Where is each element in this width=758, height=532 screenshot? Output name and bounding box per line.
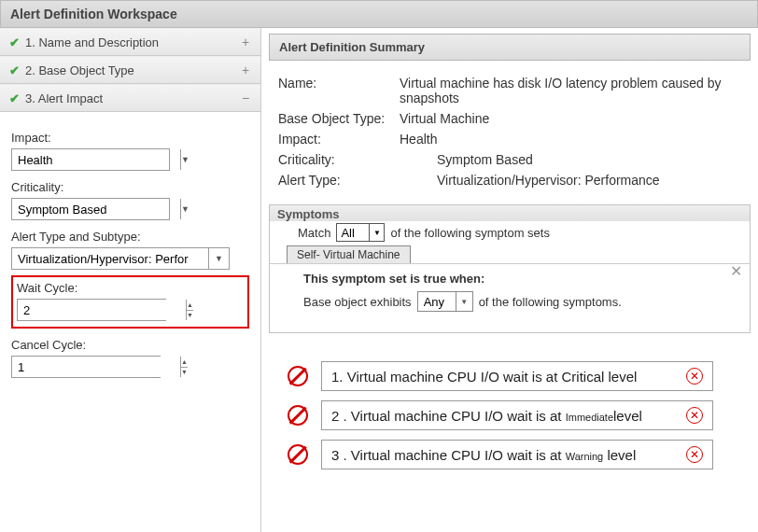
match-input[interactable] xyxy=(337,226,369,240)
wait-cycle-spinner[interactable]: ▲ ▼ xyxy=(17,299,166,321)
symptom-level: Warning xyxy=(566,451,604,462)
symptom-set-title: This symptom set is true when: xyxy=(303,272,738,286)
expand-icon[interactable]: + xyxy=(240,35,251,49)
check-icon: ✔ xyxy=(9,63,20,77)
step-alert-impact[interactable]: ✔ 3. Alert Impact − xyxy=(0,84,260,112)
workspace-title: Alert Definition Workspace xyxy=(0,0,758,28)
cancel-cycle-label: Cancel Cycle: xyxy=(11,338,249,352)
summary-atype-key: Alert Type: xyxy=(278,173,437,188)
summary-name-value: Virtual machine has disk I/O latency pro… xyxy=(400,76,741,105)
delete-icon[interactable]: ✕ xyxy=(686,446,703,463)
symptom-post: level xyxy=(613,408,642,424)
symptoms-header: Symptoms xyxy=(270,205,750,221)
left-panel: ✔ 1. Name and Description + ✔ 2. Base Ob… xyxy=(0,28,261,532)
step-label: 1. Name and Description xyxy=(25,35,159,49)
any-input[interactable] xyxy=(418,295,456,309)
step-label: 2. Base Object Type xyxy=(25,63,134,77)
step-label: 3. Alert Impact xyxy=(25,91,103,105)
symptom-box: 2 . Virtual machine CPU I/O wait is at I… xyxy=(321,400,713,430)
summary-impact-value: Health xyxy=(400,132,741,147)
match-select[interactable]: ▼ xyxy=(336,223,385,242)
cancel-cycle-input[interactable] xyxy=(12,357,180,377)
prohibited-icon xyxy=(288,366,308,386)
criticality-select[interactable]: ▼ xyxy=(11,198,170,220)
tab-self-virtual-machine[interactable]: Self- Virtual Machine xyxy=(287,245,411,263)
symptom-box: 1. Virtual machine CPU I/O wait is at Cr… xyxy=(321,361,713,391)
wait-cycle-label: Wait Cycle: xyxy=(17,281,244,295)
list-item: 1. Virtual machine CPU I/O wait is at Cr… xyxy=(288,361,751,391)
criticality-input[interactable] xyxy=(12,199,180,219)
symptom-num: 1. xyxy=(331,369,344,385)
summary-bot-key: Base Object Type: xyxy=(278,111,400,126)
symptom-list: 1. Virtual machine CPU I/O wait is at Cr… xyxy=(269,352,751,479)
match-suffix: of the following symptom sets xyxy=(390,226,550,240)
list-item: 3 . Virtual machine CPU I/O wait is at W… xyxy=(288,440,751,469)
chevron-down-icon[interactable]: ▼ xyxy=(208,248,229,269)
symptom-set-body: ✕ This symptom set is true when: Base ob… xyxy=(270,263,750,319)
any-select[interactable]: ▼ xyxy=(417,291,473,312)
symptom-post: level xyxy=(603,447,636,463)
base-line-post: of the following symptoms. xyxy=(479,295,622,309)
check-icon: ✔ xyxy=(9,35,20,49)
chevron-down-icon[interactable]: ▼ xyxy=(456,292,472,311)
symptom-box: 3 . Virtual machine CPU I/O wait is at W… xyxy=(321,440,713,469)
symptom-pre: Virtual machine CPU I/O wait is at xyxy=(347,369,562,385)
summary-name-key: Name: xyxy=(278,76,400,105)
alert-impact-form: Impact: ▼ Criticality: ▼ Alert Type and … xyxy=(0,112,260,378)
symptom-level: Critical xyxy=(562,369,605,385)
step-name-and-description[interactable]: ✔ 1. Name and Description + xyxy=(0,28,260,56)
impact-input[interactable] xyxy=(12,149,180,170)
summary-bot-value: Virtual Machine xyxy=(400,111,741,126)
step-base-object-type[interactable]: ✔ 2. Base Object Type + xyxy=(0,56,260,84)
list-item: 2 . Virtual machine CPU I/O wait is at I… xyxy=(288,400,751,430)
collapse-icon[interactable]: − xyxy=(240,91,251,105)
spinner-down-icon[interactable]: ▼ xyxy=(181,368,188,378)
chevron-down-icon[interactable]: ▼ xyxy=(369,224,384,241)
symptoms-panel: Symptoms Match ▼ of the following sympto… xyxy=(269,204,751,333)
summary-impact-key: Impact: xyxy=(278,132,400,147)
summary-crit-key: Criticality: xyxy=(278,152,437,167)
right-panel: Alert Definition Summary Name: Virtual m… xyxy=(261,28,758,532)
close-icon[interactable]: ✕ xyxy=(730,262,742,280)
criticality-label: Criticality: xyxy=(11,180,249,194)
symptom-pre: Virtual machine CPU I/O wait is at xyxy=(351,408,562,424)
symptom-pre: Virtual machine CPU I/O wait is at xyxy=(351,447,566,463)
spinner-down-icon[interactable]: ▼ xyxy=(187,311,193,321)
wait-cycle-input[interactable] xyxy=(18,300,186,320)
check-icon: ✔ xyxy=(9,91,20,105)
spinner-up-icon[interactable]: ▲ xyxy=(181,357,188,368)
summary-atype-value: Virtualization/Hypervisor: Performance xyxy=(437,173,741,188)
wait-cycle-highlight: Wait Cycle: ▲ ▼ xyxy=(11,275,249,329)
delete-icon[interactable]: ✕ xyxy=(686,368,703,385)
base-line-pre: Base object exhibits xyxy=(303,295,412,309)
impact-select[interactable]: ▼ xyxy=(11,148,170,171)
chevron-down-icon[interactable]: ▼ xyxy=(180,149,190,170)
summary-body: Name: Virtual machine has disk I/O laten… xyxy=(269,61,751,199)
cancel-cycle-spinner[interactable]: ▲ ▼ xyxy=(11,356,161,378)
spinner-up-icon[interactable]: ▲ xyxy=(187,300,193,311)
summary-crit-value: Symptom Based xyxy=(437,152,741,167)
alert-type-select[interactable]: ▼ xyxy=(11,247,230,270)
chevron-down-icon[interactable]: ▼ xyxy=(180,199,190,219)
match-label: Match xyxy=(298,226,330,240)
summary-header: Alert Definition Summary xyxy=(269,34,751,61)
prohibited-icon xyxy=(288,405,308,426)
impact-label: Impact: xyxy=(11,131,249,145)
symptom-num: 3 . xyxy=(331,447,347,463)
symptom-post: level xyxy=(604,369,637,385)
alert-type-input[interactable] xyxy=(12,248,208,269)
delete-icon[interactable]: ✕ xyxy=(686,407,703,424)
symptom-level: Immediate xyxy=(566,412,613,423)
prohibited-icon xyxy=(288,444,308,465)
alert-type-label: Alert Type and Subtype: xyxy=(11,230,249,244)
symptom-num: 2 . xyxy=(331,408,347,424)
expand-icon[interactable]: + xyxy=(240,63,251,77)
